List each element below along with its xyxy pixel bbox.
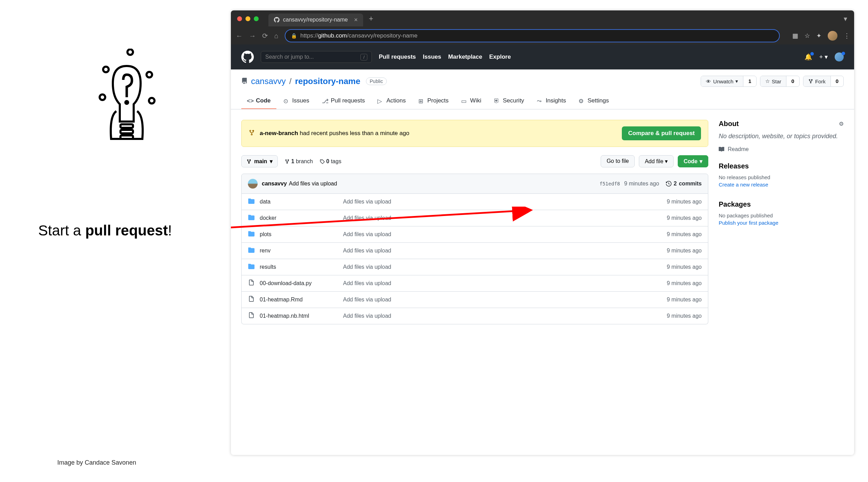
file-commit-msg[interactable]: Add files via upload	[343, 231, 667, 238]
repo-name-link[interactable]: repository-name	[295, 76, 360, 86]
unwatch-button[interactable]: 👁 Unwatch ▾1	[701, 76, 757, 87]
qr-icon[interactable]: ▦	[792, 32, 798, 40]
fork-button[interactable]: Fork0	[803, 76, 844, 87]
repo-title: cansavvy / repository-name Public	[241, 76, 387, 86]
repo-owner-link[interactable]: cansavvy	[251, 76, 286, 86]
svg-point-6	[100, 94, 105, 100]
star-button[interactable]: ☆ Star0	[760, 76, 800, 87]
commit-user[interactable]: cansavvy	[262, 181, 287, 187]
go-to-file-button[interactable]: Go to file	[601, 155, 635, 167]
file-row[interactable]: dataAdd files via upload9 minutes ago	[242, 194, 708, 210]
file-time: 9 minutes ago	[667, 297, 702, 303]
new-tab-button[interactable]: +	[369, 14, 373, 23]
user-avatar[interactable]	[835, 52, 844, 61]
file-row[interactable]: 00-download-data.pyAdd files via upload9…	[242, 275, 708, 291]
file-name[interactable]: plots	[260, 231, 343, 238]
maximize-window-button[interactable]	[254, 16, 259, 21]
file-name[interactable]: results	[260, 264, 343, 270]
notifications-bell-icon[interactable]: 🔔	[804, 53, 812, 61]
forward-button[interactable]: →	[249, 32, 256, 40]
commits-link[interactable]: 2 commits	[666, 181, 702, 187]
tab-issues[interactable]: ⊙Issues	[278, 93, 315, 109]
file-icon	[248, 312, 255, 320]
url-bar[interactable]: 🔒 https://github.com/cansavvy/repository…	[285, 29, 780, 42]
releases-heading: Releases	[719, 162, 844, 170]
publish-package-link[interactable]: Publish your first package	[719, 220, 778, 226]
file-commit-msg[interactable]: Add files via upload	[343, 215, 667, 221]
branch-selector[interactable]: main ▾	[241, 155, 278, 167]
github-logo-icon[interactable]	[241, 51, 254, 63]
file-row[interactable]: resultsAdd files via upload9 minutes ago	[242, 259, 708, 275]
file-name[interactable]: 01-heatmap.Rmd	[260, 297, 343, 303]
close-window-button[interactable]	[237, 16, 242, 21]
file-commit-msg[interactable]: Add files via upload	[343, 248, 667, 254]
file-commit-msg[interactable]: Add files via upload	[343, 297, 667, 303]
tag-count[interactable]: 0 tags	[320, 158, 341, 165]
browser-menu-icon[interactable]: ⋮	[844, 32, 849, 40]
tab-projects[interactable]: ⊞Projects	[413, 93, 454, 109]
file-commit-msg[interactable]: Add files via upload	[343, 199, 667, 205]
browser-tab[interactable]: cansavvy/repository-name ×	[268, 14, 363, 26]
tab-insights[interactable]: ⤳Insights	[531, 93, 572, 109]
tab-code[interactable]: <>Code	[241, 93, 276, 109]
tab-security[interactable]: ⛨Security	[488, 93, 529, 109]
file-commit-msg[interactable]: Add files via upload	[343, 264, 667, 270]
file-name[interactable]: renv	[260, 248, 343, 254]
file-row[interactable]: dockerAdd files via upload9 minutes ago	[242, 210, 708, 226]
file-time: 9 minutes ago	[667, 280, 702, 286]
folder-icon	[248, 247, 255, 255]
branch-count[interactable]: 1 branch	[285, 158, 313, 165]
url-bar-row: ← → ⟳ ⌂ 🔒 https://github.com/cansavvy/re…	[231, 27, 854, 44]
packages-heading: Packages	[719, 200, 844, 208]
file-row[interactable]: 01-heatmap.RmdAdd files via upload9 minu…	[242, 291, 708, 308]
commit-avatar[interactable]	[248, 179, 258, 189]
reload-button[interactable]: ⟳	[262, 32, 268, 40]
compare-pull-request-button[interactable]: Compare & pull request	[622, 126, 701, 140]
add-file-dropdown[interactable]: Add file ▾	[639, 155, 674, 167]
file-time: 9 minutes ago	[667, 199, 702, 205]
file-name[interactable]: 01-heatmap.nb.html	[260, 313, 343, 319]
tab-settings[interactable]: ⚙Settings	[573, 93, 614, 109]
commit-hash[interactable]: f51edf8	[600, 181, 620, 186]
readme-link[interactable]: Readme	[719, 146, 844, 152]
file-name[interactable]: 00-download-data.py	[260, 280, 343, 286]
star-icon[interactable]: ☆	[804, 32, 810, 40]
code-button[interactable]: Code ▾	[678, 155, 708, 167]
file-time: 9 minutes ago	[667, 264, 702, 270]
file-commit-msg[interactable]: Add files via upload	[343, 280, 667, 286]
back-button[interactable]: ←	[236, 32, 243, 40]
minimize-window-button[interactable]	[245, 16, 250, 21]
commit-message[interactable]: Add files via upload	[289, 181, 337, 187]
folder-icon	[248, 198, 255, 206]
search-slash-key: /	[360, 54, 367, 60]
nav-marketplace[interactable]: Marketplace	[448, 53, 482, 60]
banner-text: a-new-branch had recent pushes less than…	[260, 130, 409, 137]
folder-icon	[248, 214, 255, 222]
profile-avatar[interactable]	[828, 31, 837, 41]
file-row[interactable]: renvAdd files via upload9 minutes ago	[242, 242, 708, 259]
file-time: 9 minutes ago	[667, 313, 702, 319]
nav-explore[interactable]: Explore	[489, 53, 511, 60]
file-icon	[248, 296, 255, 304]
file-row[interactable]: 01-heatmap.nb.htmlAdd files via upload9 …	[242, 308, 708, 324]
create-release-link[interactable]: Create a new release	[719, 182, 768, 188]
svg-point-5	[147, 72, 152, 77]
create-new-dropdown[interactable]: + ▾	[819, 53, 828, 61]
tab-overflow-icon[interactable]: ▾	[844, 15, 847, 23]
file-name[interactable]: data	[260, 199, 343, 205]
tab-actions[interactable]: ▷Actions	[372, 93, 411, 109]
settings-gear-icon[interactable]: ⚙	[839, 120, 844, 127]
github-search-input[interactable]: Search or jump to... /	[261, 51, 372, 63]
tab-pull-requests[interactable]: ⎇Pull requests	[316, 93, 370, 109]
tab-wiki[interactable]: ▭Wiki	[456, 93, 487, 109]
tab-close-icon[interactable]: ×	[354, 16, 358, 24]
file-row[interactable]: plotsAdd files via upload9 minutes ago	[242, 226, 708, 242]
lock-icon: 🔒	[291, 33, 297, 39]
nav-pull-requests[interactable]: Pull requests	[379, 53, 416, 60]
nav-issues[interactable]: Issues	[423, 53, 441, 60]
home-button[interactable]: ⌂	[274, 32, 278, 40]
search-placeholder: Search or jump to...	[265, 54, 314, 60]
extensions-icon[interactable]: ✦	[816, 32, 821, 40]
file-name[interactable]: docker	[260, 215, 343, 221]
file-commit-msg[interactable]: Add files via upload	[343, 313, 667, 319]
